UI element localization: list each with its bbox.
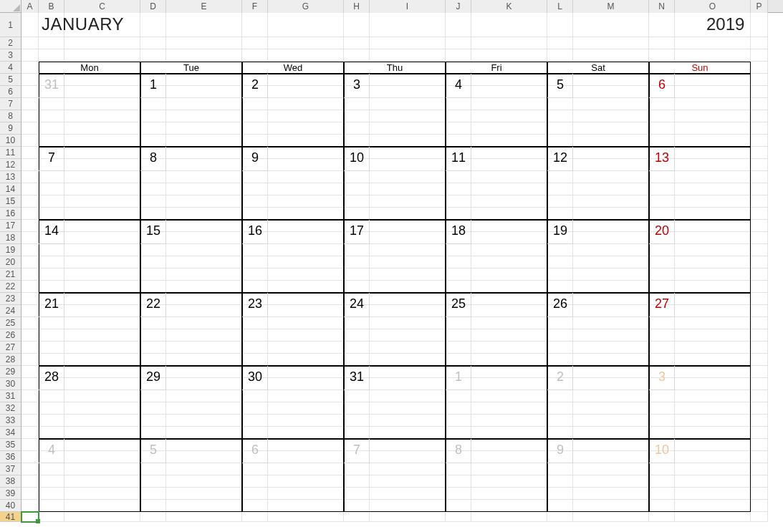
cell-J3[interactable] <box>446 49 471 62</box>
row-header-23[interactable]: 23 <box>0 293 21 305</box>
cell-D1[interactable] <box>140 13 166 37</box>
cell-L41[interactable] <box>547 512 573 522</box>
cell-A26[interactable] <box>21 329 39 342</box>
row-header-38[interactable]: 38 <box>0 475 21 488</box>
select-all-corner[interactable] <box>0 0 21 13</box>
cell-A13[interactable] <box>21 171 39 183</box>
cell-G2[interactable] <box>268 37 344 49</box>
cell-B41[interactable] <box>39 512 64 522</box>
cell-A19[interactable] <box>21 244 39 256</box>
cell-I2[interactable] <box>370 37 446 49</box>
row-header-41[interactable]: 41 <box>0 512 21 522</box>
row-header-37[interactable]: 37 <box>0 463 21 475</box>
row-header-39[interactable]: 39 <box>0 488 21 500</box>
cell-O2[interactable] <box>675 37 751 49</box>
col-header-O[interactable]: O <box>675 0 751 13</box>
row-header-35[interactable]: 35 <box>0 439 21 451</box>
row-header-17[interactable]: 17 <box>0 220 21 232</box>
cell-M1[interactable] <box>573 13 649 37</box>
cell-P40[interactable] <box>751 500 768 512</box>
row-header-24[interactable]: 24 <box>0 305 21 317</box>
row-header-18[interactable]: 18 <box>0 232 21 244</box>
cell-K1[interactable] <box>471 13 547 37</box>
cell-O41[interactable] <box>675 512 751 522</box>
cell-A22[interactable] <box>21 281 39 293</box>
row-header-29[interactable]: 29 <box>0 366 21 378</box>
cell-J41[interactable] <box>446 512 471 522</box>
cell-A23[interactable] <box>21 293 39 305</box>
cell-E2[interactable] <box>166 37 242 49</box>
cell-P14[interactable] <box>751 183 768 195</box>
cell-A4[interactable] <box>21 62 39 74</box>
active-cell[interactable] <box>21 512 39 522</box>
cell-A21[interactable] <box>21 269 39 281</box>
cell-H1[interactable] <box>344 13 370 37</box>
cell-A17[interactable] <box>21 220 39 232</box>
cell-P29[interactable] <box>751 366 768 378</box>
cell-P22[interactable] <box>751 281 768 293</box>
cell-P27[interactable] <box>751 342 768 354</box>
row-header-2[interactable]: 2 <box>0 37 21 49</box>
row-header-13[interactable]: 13 <box>0 171 21 183</box>
row-header-5[interactable]: 5 <box>0 74 21 86</box>
cell-D3[interactable] <box>140 49 166 62</box>
col-header-D[interactable]: D <box>140 0 166 13</box>
cell-A38[interactable] <box>21 475 39 488</box>
cell-P30[interactable] <box>751 378 768 390</box>
cell-A33[interactable] <box>21 415 39 427</box>
cell-A37[interactable] <box>21 463 39 475</box>
cell-A7[interactable] <box>21 98 39 110</box>
col-header-F[interactable]: F <box>242 0 268 13</box>
cell-A10[interactable] <box>21 135 39 147</box>
cell-E3[interactable] <box>166 49 242 62</box>
row-header-34[interactable]: 34 <box>0 427 21 439</box>
cell-I1[interactable] <box>370 13 446 37</box>
row-header-27[interactable]: 27 <box>0 342 21 354</box>
row-header-14[interactable]: 14 <box>0 183 21 195</box>
col-header-E[interactable]: E <box>166 0 242 13</box>
cell-E1[interactable] <box>166 13 242 37</box>
cell-P4[interactable] <box>751 62 768 74</box>
cell-P28[interactable] <box>751 354 768 366</box>
row-header-30[interactable]: 30 <box>0 378 21 390</box>
cell-A6[interactable] <box>21 86 39 98</box>
cell-A40[interactable] <box>21 500 39 512</box>
cell-P20[interactable] <box>751 256 768 269</box>
row-header-10[interactable]: 10 <box>0 135 21 147</box>
cell-A31[interactable] <box>21 390 39 402</box>
cell-P10[interactable] <box>751 135 768 147</box>
cell-A24[interactable] <box>21 305 39 317</box>
row-header-16[interactable]: 16 <box>0 208 21 220</box>
cell-P3[interactable] <box>751 49 768 62</box>
row-header-9[interactable]: 9 <box>0 122 21 135</box>
cell-P34[interactable] <box>751 427 768 439</box>
col-header-P[interactable]: P <box>751 0 768 13</box>
cell-P2[interactable] <box>751 37 768 49</box>
cell-P25[interactable] <box>751 317 768 329</box>
cell-I3[interactable] <box>370 49 446 62</box>
cell-A25[interactable] <box>21 317 39 329</box>
cell-P24[interactable] <box>751 305 768 317</box>
cell-A28[interactable] <box>21 354 39 366</box>
cell-P15[interactable] <box>751 195 768 208</box>
cell-G41[interactable] <box>268 512 344 522</box>
row-header-8[interactable]: 8 <box>0 110 21 122</box>
cell-P37[interactable] <box>751 463 768 475</box>
cell-M2[interactable] <box>573 37 649 49</box>
row-header-36[interactable]: 36 <box>0 451 21 463</box>
cell-H3[interactable] <box>344 49 370 62</box>
cell-O3[interactable] <box>675 49 751 62</box>
cell-A16[interactable] <box>21 208 39 220</box>
row-header-1[interactable]: 1 <box>0 13 21 37</box>
cell-P9[interactable] <box>751 122 768 135</box>
cell-A3[interactable] <box>21 49 39 62</box>
cell-A5[interactable] <box>21 74 39 86</box>
row-header-3[interactable]: 3 <box>0 49 21 62</box>
row-header-15[interactable]: 15 <box>0 195 21 208</box>
col-header-J[interactable]: J <box>446 0 471 13</box>
cell-L2[interactable] <box>547 37 573 49</box>
cell-A39[interactable] <box>21 488 39 500</box>
row-header-32[interactable]: 32 <box>0 402 21 415</box>
cell-N2[interactable] <box>649 37 675 49</box>
cell-P11[interactable] <box>751 147 768 159</box>
